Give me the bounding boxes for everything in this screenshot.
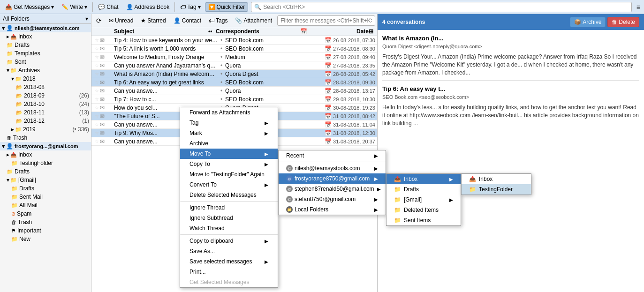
ctx-print[interactable]: Print... bbox=[180, 267, 278, 277]
table-row[interactable]: ☆ ✉ Can you answe... • Quora 📅28-08-2018… bbox=[91, 87, 377, 95]
sub2-gmail[interactable]: 📁[Gmail] ▶ bbox=[386, 195, 461, 205]
ctx-ignore-subthread[interactable]: Ignore Subthread bbox=[180, 213, 278, 223]
tags-button[interactable]: 🏷 Tags bbox=[205, 16, 231, 25]
sub-stephen[interactable]: @stephen87renald50@gmail.com ▶ bbox=[279, 184, 386, 194]
star-cell[interactable]: ☆ bbox=[93, 54, 100, 60]
tag-dropdown-icon[interactable]: ▾ bbox=[198, 4, 201, 10]
header-date[interactable]: Date bbox=[308, 28, 369, 35]
sub-stefan[interactable]: @stefan8750r@gmail.com ▶ bbox=[279, 194, 386, 204]
sidebar-item-2018-08[interactable]: 📂 2018-08 bbox=[0, 83, 91, 91]
sidebar-item-gmail[interactable]: ▾ 📁 [Gmail] bbox=[0, 176, 91, 184]
chat-button[interactable]: 💬 Chat bbox=[95, 2, 121, 12]
ctx-save-selected[interactable]: Save selected messages▶ bbox=[180, 256, 278, 267]
subject-cell[interactable]: Welcome to Medium, Frosty Orange bbox=[114, 54, 218, 60]
correspondent-cell[interactable]: SEO Book.com bbox=[225, 96, 310, 103]
sub2-deleted[interactable]: 📁Deleted Items bbox=[386, 205, 461, 215]
ctx-tag[interactable]: Tag▶ bbox=[180, 118, 278, 128]
sub2-inbox[interactable]: 📥Inbox ▶ bbox=[386, 174, 461, 184]
sidebar-item-allmail[interactable]: 📁 All Mail bbox=[0, 201, 91, 210]
correspondent-cell[interactable]: Medium bbox=[225, 54, 310, 60]
correspondent-cell[interactable]: Quora Digest bbox=[225, 71, 310, 77]
star-cell[interactable]: ☆ bbox=[93, 122, 100, 127]
get-messages-dropdown-icon[interactable]: ▾ bbox=[51, 4, 54, 10]
unread-button[interactable]: ✉ Unread bbox=[106, 16, 136, 25]
star-cell[interactable]: ☆ bbox=[93, 46, 100, 51]
sidebar-item-drafts1[interactable]: 📁 Drafts bbox=[0, 41, 91, 49]
sidebar-item-trash2[interactable]: 🗑 Trash bbox=[0, 218, 91, 226]
sidebar-item-sent1[interactable]: 📁 Sent bbox=[0, 58, 91, 66]
sidebar-item-drafts3[interactable]: 📁 Drafts bbox=[0, 184, 91, 193]
ctx-watch-thread[interactable]: Watch Thread bbox=[180, 223, 278, 233]
sidebar-item-inbox2[interactable]: ▸ 📥 Inbox bbox=[0, 150, 91, 159]
ctx-move-to[interactable]: Move To▶ bbox=[180, 149, 278, 159]
ctx-convert-to[interactable]: Convert To▶ bbox=[180, 180, 278, 190]
get-messages-button[interactable]: 📥 Get Messages ▾ bbox=[2, 2, 57, 12]
table-row[interactable]: ☆ ✉ Tip 4: How to use keywords on your w… bbox=[91, 36, 377, 45]
star-cell[interactable]: ☆ bbox=[93, 80, 100, 85]
sidebar-item-2018[interactable]: ▾ 📁 2018 bbox=[0, 75, 91, 83]
subject-cell[interactable]: Can you answe... bbox=[114, 88, 218, 94]
write-dropdown-icon[interactable]: ▾ bbox=[84, 4, 87, 10]
sidebar-item-sentmail[interactable]: 📁 Sent Mail bbox=[0, 193, 91, 201]
archive-button[interactable]: 📦 Archive bbox=[570, 17, 606, 27]
search-box-top[interactable]: 🔍 bbox=[251, 2, 632, 12]
sidebar-item-trash1[interactable]: 🗑 Trash bbox=[0, 134, 91, 142]
account1-row[interactable]: ▾ 👤 nilesh@teamsystools.com bbox=[0, 24, 91, 32]
get-all-button[interactable]: ⟳ bbox=[93, 16, 105, 25]
header-correspondents[interactable]: Correspondents bbox=[216, 28, 300, 35]
ctx-delete-selected[interactable]: Delete Selected Messages bbox=[180, 190, 278, 200]
correspondent-cell[interactable]: Quora bbox=[225, 88, 310, 94]
subject-cell[interactable]: Can you answer Anand Jayaraman's questio… bbox=[114, 62, 218, 69]
star-cell[interactable]: ☆ bbox=[93, 105, 100, 110]
sidebar-item-testingfolder[interactable]: 📁 TestingFolder bbox=[0, 159, 91, 167]
sidebar-item-templates[interactable]: 📁 Templates bbox=[0, 49, 91, 58]
ctx-mark[interactable]: Mark▶ bbox=[180, 128, 278, 138]
subject-cell[interactable]: Tip 5: A link is worth 1,000 words bbox=[114, 45, 218, 52]
sidebar-item-drafts2[interactable]: 📁 Drafts bbox=[0, 167, 91, 176]
star-cell[interactable]: ☆ bbox=[93, 71, 100, 76]
sub-frostyorange[interactable]: @frostyorange8750@gmail.com ▶ bbox=[279, 173, 386, 184]
star-cell[interactable]: ☆ bbox=[93, 97, 100, 102]
search-input[interactable] bbox=[263, 4, 629, 10]
sidebar-item-2018-12[interactable]: 📂 2018-12 (1) bbox=[0, 117, 91, 125]
quick-filter-button[interactable]: 🔽 Quick Filter bbox=[205, 2, 249, 12]
sidebar-item-important[interactable]: ⚑ Important bbox=[0, 226, 91, 235]
star-cell[interactable]: ☆ bbox=[93, 130, 100, 135]
filter-search-input[interactable] bbox=[277, 15, 375, 26]
table-row[interactable]: ☆ ✉ What is Amazon (India) Prime welcome… bbox=[91, 70, 377, 78]
correspondent-cell[interactable]: SEO Book.com bbox=[225, 37, 310, 44]
ctx-save-as[interactable]: Save As... bbox=[180, 246, 278, 256]
correspondent-cell[interactable]: SEO Book.com bbox=[225, 79, 310, 86]
write-button[interactable]: ✏️ Write ▾ bbox=[58, 2, 91, 12]
table-row[interactable]: ☆ ✉ Tip 7: How to c... • SEO Book.com 📅2… bbox=[91, 95, 377, 104]
ctx-forward-attachments[interactable]: Forward as Attachments bbox=[180, 107, 278, 118]
ctx-move-testingfolder[interactable]: Move to "TestingFolder" Again bbox=[180, 169, 278, 180]
correspondent-cell[interactable]: SEO Book.com bbox=[225, 45, 310, 52]
table-row[interactable]: ☆ ✉ Tip 6: An easy way to get great link… bbox=[91, 78, 377, 87]
subject-cell[interactable]: Tip 6: An easy way to get great links bbox=[114, 79, 218, 86]
subject-cell[interactable]: What is Amazon (India) Prime welcome pac… bbox=[114, 71, 218, 77]
sub-recent[interactable]: Recent▶ bbox=[279, 150, 386, 161]
table-row[interactable]: ☆ ✉ Can you answer Anand Jayaraman's que… bbox=[91, 61, 377, 70]
star-cell[interactable]: ☆ bbox=[93, 113, 100, 119]
sub-nilesh[interactable]: @nilesh@teamsystools.com ▶ bbox=[279, 163, 386, 173]
star-cell[interactable]: ☆ bbox=[93, 88, 100, 93]
sidebar-item-new[interactable]: 📁 New bbox=[0, 235, 91, 243]
correspondent-cell[interactable]: Quora bbox=[225, 62, 310, 69]
sidebar-item-spam[interactable]: ⊘ Spam bbox=[0, 210, 91, 218]
sidebar-item-2018-09[interactable]: 📂 2018-09 (26) bbox=[0, 91, 91, 100]
attachment-button[interactable]: 📎 Attachment bbox=[232, 16, 275, 25]
ctx-archive[interactable]: Archive bbox=[180, 138, 278, 149]
subject-cell[interactable]: Tip 7: How to c... bbox=[114, 96, 218, 103]
sub3-inbox[interactable]: 📥Inbox bbox=[462, 174, 531, 184]
contact-button[interactable]: 👤 Contact bbox=[170, 16, 205, 25]
table-row[interactable]: ☆ ✉ Welcome to Medium, Frosty Orange • M… bbox=[91, 53, 377, 61]
star-cell[interactable]: ☆ bbox=[93, 63, 100, 68]
delete-button[interactable]: 🗑 Delete bbox=[607, 17, 639, 27]
sub-localfolders[interactable]: 📁Local Folders ▶ bbox=[279, 204, 386, 215]
star-cell[interactable]: ☆ bbox=[93, 139, 100, 144]
starred-button[interactable]: ★ Starred bbox=[137, 16, 169, 25]
ctx-copy-to[interactable]: Copy To▶ bbox=[180, 159, 278, 169]
subject-cell[interactable]: Tip 4: How to use keywords on your webpa… bbox=[114, 37, 218, 44]
tag-button[interactable]: 🏷 Tag ▾ bbox=[177, 2, 204, 12]
